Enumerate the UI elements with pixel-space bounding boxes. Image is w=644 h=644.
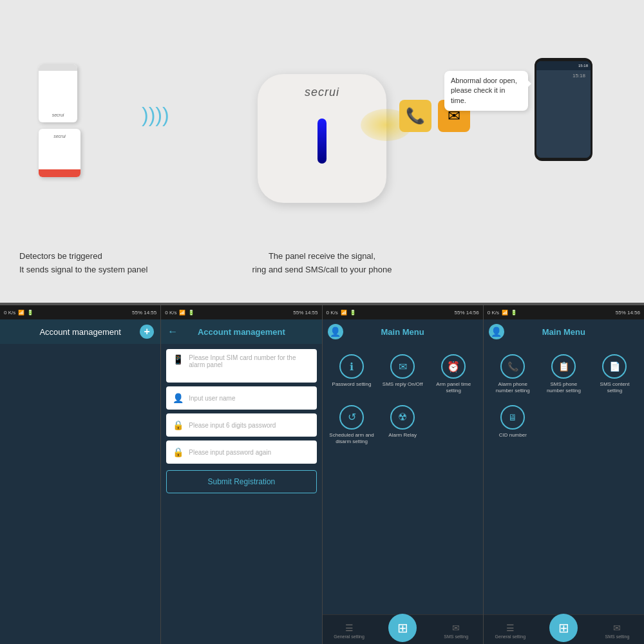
phone3-menu: ℹ Password setting ✉ SMS reply On/Off ⏰ … [323,344,483,614]
phone3-title: Main Menu [381,327,424,337]
arm-time-icon: ⏰ [441,354,466,379]
phone4-general-setting-label: General setting [495,634,526,639]
menu-item-cid[interactable]: 🖥 CID number [489,401,537,442]
sim-icon: 📱 [173,354,184,365]
sms-phone-icon: 📋 [551,354,576,379]
caption-left-line1: Detectors be triggered [19,250,147,263]
registration-form: 📱 Please Input SIM card number for the a… [161,344,321,644]
phone3-status-bar: 0 K/s 📶 🔋 55% 14:56 [323,305,483,319]
user-icon: 👤 [173,393,184,403]
phone4-menu: 📞 Alarm phone number setting 📋 SMS phone… [484,344,644,614]
password-setting-icon: ℹ [339,354,364,379]
phone2-header: ← Account management [161,319,321,344]
phone3-nav-home[interactable]: ⊞ [376,615,430,644]
cid-icon: 🖥 [500,405,525,430]
general-setting-icon: ☰ [345,623,354,633]
sensor-pir-brand: secrui [53,134,66,138]
panel-indicator [317,118,327,164]
scheduled-label: Scheduled arm and disarm setting [329,432,375,446]
menu-item-arm-time[interactable]: ⏰ Arm panel time setting [430,350,478,399]
phone2-back-icon[interactable]: ← [167,326,178,337]
password-field[interactable]: 🔒 Please input 6 digits password [166,413,316,437]
username-field[interactable]: 👤 Input user name [166,386,316,410]
phone4-user-icon: 👤 [489,324,504,339]
demo-phone-time-display: 15:18 [539,73,585,79]
sms-content-label: SMS content setting [592,381,638,395]
phone4-bottom-nav: ☰ General setting ⊞ ✉ SMS setting [484,614,644,644]
phone4-content: 📞 Alarm phone number setting 📋 SMS phone… [484,344,644,614]
door-sensor: secrui [39,64,77,122]
phone3-nav-sms[interactable]: ✉ SMS setting [430,615,483,644]
password-placeholder: Please input 6 digits password [189,422,276,429]
confirm-password-placeholder: Please input password again [189,449,271,456]
menu-item-alarm-relay[interactable]: ☢ Alarm Relay [379,401,427,450]
phone-panel-2: 0 K/s 📶 🔋 55% 14:55 ← Account management… [161,305,322,644]
phone4-home-button[interactable]: ⊞ [549,614,578,642]
sim-placeholder: Please Input SIM card number for the ala… [189,354,310,368]
wifi-signal-icon: )))) [142,103,169,127]
phone4-title: Main Menu [542,327,585,337]
sms-setting-label: SMS setting [444,634,468,639]
phone4-sms-setting-label: SMS setting [605,634,630,639]
caption-center-line1: The panel receive the signal, [252,250,392,263]
home-button[interactable]: ⊞ [388,614,417,642]
phone-notif-icon: 📞 [399,100,431,132]
menu-item-sms-phone[interactable]: 📋 SMS phone number setting [540,350,588,399]
phone3-content: ℹ Password setting ✉ SMS reply On/Off ⏰ … [323,344,483,614]
alarm-panel-device: secrui [258,74,386,203]
bottom-section: 0 K/s 📶 🔋 55% 14:55 + Account management… [0,305,644,644]
panel-brand-label: secrui [305,86,339,99]
phone4-general-setting-icon: ☰ [506,623,515,633]
speech-bubble-text: Abnormal door open, please check it in t… [451,77,517,104]
caption-detectors: Detectors be triggered It sends signal t… [19,250,147,277]
sms-reply-icon: ✉ [390,354,415,379]
menu-item-scheduled[interactable]: ↺ Scheduled arm and disarm setting [328,401,376,450]
lock-icon-1: 🔒 [173,420,184,430]
arm-time-label: Arm panel time setting [431,381,477,395]
demo-phone: 15:18 15:18 Abnormal door open, please c… [535,58,592,161]
phone1-header: + Account management [0,319,160,344]
phone1-title: Account management [39,327,120,337]
phone2-status-bar: 0 K/s 📶 🔋 55% 14:55 [161,305,321,319]
password-setting-label: Password setting [332,381,372,388]
phone1-status-bar: 0 K/s 📶 🔋 55% 14:55 [0,305,160,319]
phone3-header: 👤 Main Menu [323,319,483,344]
phone4-sms-setting-icon: ✉ [613,623,621,633]
caption-panel: The panel receive the signal, ring and s… [252,250,392,277]
phone4-nav-general[interactable]: ☰ General setting [484,615,537,644]
alarm-relay-icon: ☢ [390,405,415,430]
caption-center-line2: ring and send SMS/call to your phone [252,263,392,277]
general-setting-label: General setting [334,634,364,639]
phone4-header: 👤 Main Menu [484,319,644,344]
phone3-nav-general[interactable]: ☰ General setting [323,615,376,644]
sms-content-icon: 📄 [602,354,627,379]
phone-panel-4: 0 K/s 📶 🔋 55% 14:56 👤 Main Menu 📞 Alarm … [484,305,644,644]
phone3-menu-grid: ℹ Password setting ✉ SMS reply On/Off ⏰ … [325,346,480,453]
menu-item-sms-reply[interactable]: ✉ SMS reply On/Off [379,350,427,399]
sensor-door-brand: secrui [52,113,64,119]
phone4-nav-sms[interactable]: ✉ SMS setting [591,615,644,644]
phone1-add-button[interactable]: + [140,325,154,339]
alarm-phone-label: Alarm phone number setting [490,381,536,395]
phone4-menu-grid: 📞 Alarm phone number setting 📋 SMS phone… [486,346,641,446]
sim-card-field[interactable]: 📱 Please Input SIM card number for the a… [166,349,316,383]
menu-item-alarm-phone[interactable]: 📞 Alarm phone number setting [489,350,537,399]
demo-phone-time: 15:18 [578,64,588,68]
menu-item-password-setting[interactable]: ℹ Password setting [328,350,376,399]
confirm-password-field[interactable]: 🔒 Please input password again [166,440,316,464]
alarm-relay-label: Alarm Relay [388,432,417,439]
sms-reply-label: SMS reply On/Off [383,381,423,388]
phone4-nav-home[interactable]: ⊞ [537,615,591,644]
scheduled-icon: ↺ [339,405,364,430]
sensors-group: secrui secrui [39,64,80,177]
demo-phone-status: 15:18 [536,61,591,70]
lock-icon-2: 🔒 [173,447,184,457]
pir-sensor: secrui [39,129,80,177]
menu-item-sms-content[interactable]: 📄 SMS content setting [591,350,639,399]
phone2-content: 📱 Please Input SIM card number for the a… [161,344,321,644]
top-section: secrui secrui )))) secrui 📞 ✉ 15:18 15:1… [0,0,644,303]
submit-registration-button[interactable]: Submit Registration [166,470,316,493]
phone3-user-icon: 👤 [328,324,343,339]
sms-setting-icon: ✉ [452,623,460,633]
username-placeholder: Input user name [189,395,235,402]
